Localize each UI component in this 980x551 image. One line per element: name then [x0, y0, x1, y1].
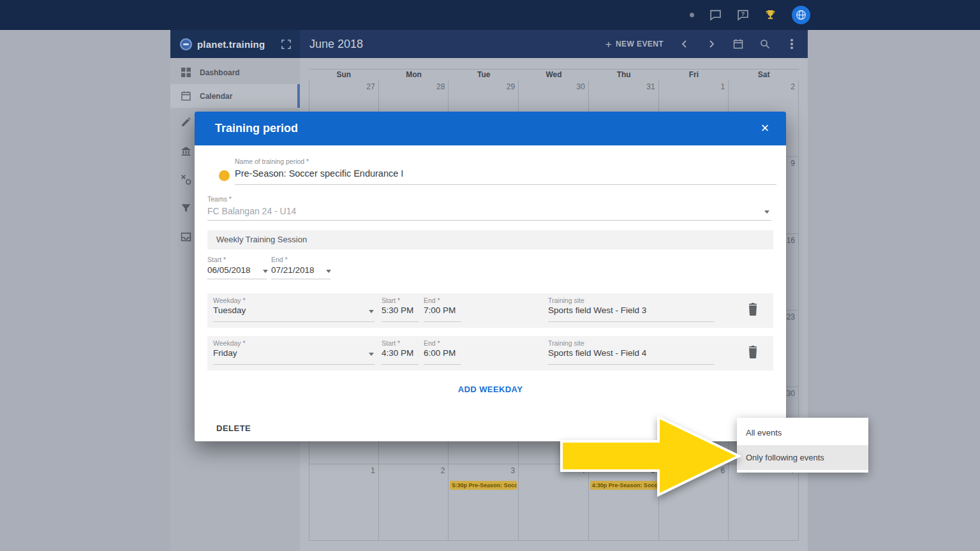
end-time-label: End * — [424, 339, 440, 347]
end-time-value[interactable]: 6:00 PM — [424, 348, 456, 358]
weekday-caret[interactable] — [369, 310, 374, 313]
today-icon[interactable] — [732, 38, 744, 50]
day-header: Fri — [659, 70, 729, 80]
session-section-header: Weekly Training Session — [207, 230, 773, 249]
calendar-cell[interactable]: 7 — [729, 464, 799, 541]
teams-dropdown-caret[interactable] — [764, 210, 769, 214]
period-start-caret[interactable] — [263, 270, 268, 273]
date-number: 1 — [721, 82, 725, 91]
day-header: Thu — [589, 70, 659, 80]
name-field-label: Name of training period * — [235, 158, 309, 165]
name-field-value[interactable]: Pre-Season: Soccer specific Endurance I — [235, 168, 403, 179]
period-end-value[interactable]: 07/21/2018 — [271, 265, 315, 275]
date-number: 30 — [576, 82, 584, 91]
training-site-underline — [548, 364, 714, 365]
calendar-cell[interactable]: 35:30p Pre-Season: Socc — [449, 464, 519, 541]
start-time-label: Start * — [382, 297, 400, 304]
calendar-month-title: June 2018 — [309, 38, 605, 51]
delete-weekday-icon[interactable] — [747, 302, 760, 318]
date-number: 6 — [721, 466, 725, 475]
pencil-icon — [181, 117, 192, 128]
menu-item-only-following-events[interactable]: Only following events — [737, 445, 868, 470]
name-field-underline — [235, 184, 776, 185]
weekday-caret[interactable] — [369, 353, 374, 356]
calendar-cell[interactable]: 4 — [519, 464, 589, 541]
date-number: 3 — [510, 466, 515, 475]
day-header: Sun — [309, 70, 379, 80]
dashboard-icon — [181, 68, 191, 78]
svg-text:?: ? — [741, 10, 745, 17]
date-number: 31 — [646, 82, 655, 91]
start-time-label: Start * — [382, 339, 400, 347]
date-number: 16 — [787, 236, 795, 245]
teams-field-value[interactable]: FC Balangan 24 - U14 — [207, 206, 296, 216]
date-number: 28 — [436, 82, 445, 91]
date-number: 4 — [581, 466, 585, 475]
training-site-value[interactable]: Sports field West - Field 3 — [548, 305, 646, 315]
training-site-value[interactable]: Sports field West - Field 4 — [548, 348, 646, 358]
add-weekday-button[interactable]: ADD WEEKDAY — [195, 385, 786, 394]
training-period-modal: Training period × Name of training perio… — [195, 112, 786, 441]
new-event-button[interactable]: + NEW EVENT — [605, 39, 664, 50]
training-site-label: Training site — [548, 297, 584, 304]
date-number: 27 — [366, 82, 375, 91]
teams-field-underline — [207, 220, 771, 221]
training-site-underline — [548, 321, 714, 322]
notification-dot — [690, 13, 694, 17]
app-logo: planet.training — [197, 39, 281, 50]
period-end-label: End * — [271, 256, 288, 263]
chat-icon[interactable] — [709, 9, 722, 21]
weekday-row: Weekday * Friday Start * 4:30 PM End * 6… — [207, 336, 773, 371]
edit-scope-menu: All events Only following events — [737, 418, 868, 473]
more-options-icon[interactable] — [786, 38, 798, 50]
weekday-select[interactable]: Tuesday — [213, 305, 246, 315]
start-time-value[interactable]: 4:30 PM — [382, 348, 413, 358]
date-number: 2 — [441, 466, 445, 475]
date-number: 1 — [371, 466, 375, 475]
date-number: 29 — [507, 82, 515, 91]
menu-item-all-events[interactable]: All events — [737, 420, 868, 445]
start-time-underline — [382, 321, 419, 322]
delete-weekday-icon[interactable] — [747, 345, 760, 360]
date-number: 5 — [651, 466, 655, 475]
day-header: Sat — [729, 70, 799, 80]
weekday-row: Weekday * Tuesday Start * 5:30 PM End * … — [207, 293, 773, 328]
teams-field-label: Teams * — [207, 195, 232, 203]
event-color-dot[interactable] — [219, 170, 230, 181]
sidebar-item-label: Dashboard — [200, 68, 240, 77]
delete-button[interactable]: DELETE — [216, 423, 251, 433]
event-chip[interactable]: 5:30p Pre-Season: Socc — [450, 481, 517, 490]
plus-icon: + — [605, 39, 612, 50]
start-time-underline — [382, 364, 419, 365]
weekday-label: Weekday * — [213, 297, 246, 304]
trophy-icon[interactable] — [764, 9, 776, 21]
close-icon[interactable]: × — [757, 120, 773, 136]
search-icon[interactable] — [759, 38, 771, 50]
sidebar-item-calendar[interactable]: Calendar — [170, 84, 300, 108]
end-time-underline — [424, 364, 461, 365]
prev-month-icon[interactable] — [679, 38, 690, 50]
day-header: Wed — [519, 70, 589, 80]
weekday-select[interactable]: Friday — [213, 348, 237, 358]
day-header: Mon — [379, 70, 449, 80]
sidebar-item-label: Calendar — [200, 92, 232, 101]
event-chip[interactable]: 4:30p Pre-Season: Socc — [590, 481, 657, 490]
date-number: 9 — [791, 159, 795, 168]
end-time-value[interactable]: 7:00 PM — [424, 305, 456, 315]
period-end-caret[interactable] — [326, 270, 331, 273]
period-start-value[interactable]: 06/05/2018 — [207, 265, 251, 275]
help-icon[interactable]: ? — [737, 9, 749, 21]
logo-icon — [180, 38, 192, 50]
globe-icon[interactable] — [792, 6, 810, 24]
calendar-cell[interactable]: 2 — [379, 464, 449, 541]
calendar-cell[interactable]: 1 — [309, 464, 379, 541]
fullscreen-icon[interactable] — [281, 40, 291, 49]
sidebar-header: planet.training — [170, 30, 300, 58]
sidebar-item-dashboard[interactable]: Dashboard — [170, 61, 300, 84]
calendar-cell[interactable]: 6 — [659, 464, 729, 541]
top-bar: ? — [0, 0, 980, 30]
calendar-controls: + NEW EVENT — [605, 38, 808, 50]
calendar-cell[interactable]: 54:30p Pre-Season: Socc — [589, 464, 659, 541]
next-month-icon[interactable] — [706, 38, 717, 50]
start-time-value[interactable]: 5:30 PM — [382, 305, 413, 315]
